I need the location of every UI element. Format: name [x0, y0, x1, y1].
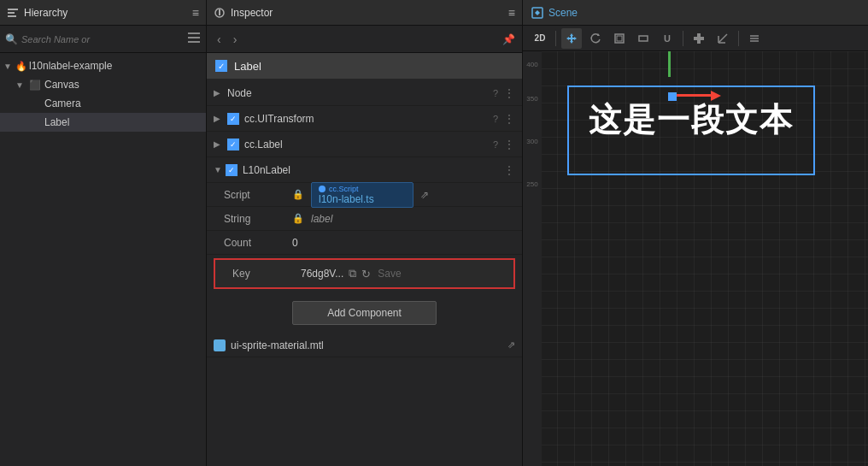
tree-label-camera: Camera [44, 97, 81, 109]
ruler-300: 300 [523, 120, 542, 162]
l10n-more-icon[interactable]: ⋮ [503, 163, 515, 177]
toolbar-sep-2 [683, 31, 683, 46]
scene-tab[interactable]: Scene [531, 7, 578, 19]
uitransform-more-icon[interactable]: ⋮ [503, 112, 515, 126]
l10n-section: ▼ ✓ L10nLabel ⋮ Script 🔒 [207, 157, 522, 289]
panels: Hierarchy ≡ 🔍 ▼ 🔥 [0, 0, 868, 466]
flame-icon: 🔥 [15, 60, 27, 72]
node-help-icon[interactable]: ? [493, 88, 498, 98]
cclabel-checkbox[interactable]: ✓ [227, 139, 239, 150]
cclabel-arrow: ▶ [214, 139, 220, 149]
toolbar-sep-1 [555, 31, 556, 46]
toggle-arrow-canvas: ▼ [15, 80, 26, 90]
canvas-icon: ⬛ [29, 79, 41, 91]
ruler-400: 400 [523, 51, 542, 77]
hierarchy-title: Hierarchy [24, 7, 67, 19]
key-value: 76dg8V... [301, 268, 343, 280]
inspector-icon [214, 7, 226, 19]
svg-rect-7 [219, 11, 220, 15]
key-prop-row: Key 76dg8V... ⧉ ↻ Save [214, 258, 515, 289]
scene-canvas[interactable]: 400 350 300 250 [523, 51, 868, 466]
scene-content-area: 这是一段文本 [542, 51, 868, 466]
search-icon[interactable]: 🔍 [5, 33, 18, 45]
key-prop-label: Key [232, 268, 301, 280]
list-view-icon[interactable] [187, 31, 201, 47]
script-file-top: cc.Script [319, 185, 406, 193]
script-file-tag[interactable]: cc.Script l10n-label.ts [311, 182, 413, 208]
script-prop-row: Script 🔒 cc.Script l10n-label.ts [207, 183, 522, 207]
scale-tool-btn[interactable] [609, 28, 630, 49]
string-prop-value: 🔒 label [292, 213, 512, 225]
key-save-btn[interactable]: Save [378, 268, 401, 280]
cclabel-more-icon[interactable]: ⋮ [503, 138, 515, 151]
uitransform-help-icon[interactable]: ? [493, 114, 498, 124]
scale-icon [613, 32, 625, 44]
back-btn[interactable]: ‹ [214, 31, 225, 48]
svg-rect-8 [219, 9, 220, 11]
u-tool-btn[interactable]: U [657, 28, 677, 49]
ruler-250: 250 [523, 162, 542, 205]
pin-btn[interactable]: 📌 [502, 33, 515, 45]
hierarchy-header: Hierarchy ≡ [0, 0, 206, 26]
tree-label-l10n: l10nlabel-example [29, 60, 112, 72]
add-component-btn[interactable]: Add Component [292, 301, 437, 325]
move-tool-btn[interactable] [561, 28, 582, 49]
left-ruler: 400 350 300 250 [523, 51, 542, 466]
uitransform-label: cc.UITransform [244, 113, 493, 125]
cclabel-component-row[interactable]: ▶ ✓ cc.Label ? ⋮ [207, 132, 522, 157]
uitransform-component-row[interactable]: ▶ ✓ cc.UITransform ? ⋮ [207, 106, 522, 132]
script-lock-icon: 🔒 [292, 189, 304, 200]
inspector-menu-btn[interactable]: ≡ [508, 6, 515, 20]
pivot-tool-btn[interactable] [713, 28, 733, 49]
count-prop-row: Count 0 [207, 231, 522, 255]
inspector-toolbar: ‹ › 📌 [207, 26, 522, 53]
forward-btn[interactable]: › [230, 31, 241, 48]
node-label: Node [227, 87, 493, 99]
node-more-icon[interactable]: ⋮ [503, 86, 515, 100]
label-component-name: Label [234, 60, 261, 73]
script-file-name: l10n-label.ts [319, 193, 406, 205]
more-tool-btn[interactable] [744, 28, 765, 49]
script-file-wrapper: cc.Script l10n-label.ts [311, 182, 413, 208]
tree-item-l10n[interactable]: ▼ 🔥 l10nlabel-example [0, 56, 206, 75]
svg-line-17 [718, 34, 727, 43]
toolbar-sep-3 [738, 31, 739, 46]
search-input[interactable] [21, 34, 184, 44]
move-icon [565, 32, 578, 45]
svg-rect-2 [8, 15, 16, 17]
l10n-arrow: ▼ [214, 165, 222, 174]
label-component-header: ✓ Label [207, 53, 522, 79]
add-component-area: Add Component [207, 292, 522, 333]
ui-material-icon [214, 339, 226, 351]
ui-material-label: ui-sprite-material.mtl [231, 339, 324, 351]
2d-btn[interactable]: 2D [530, 28, 550, 49]
key-refresh-icon[interactable]: ↻ [361, 268, 371, 280]
hierarchy-menu-btn[interactable]: ≡ [192, 6, 199, 20]
uitransform-checkbox[interactable]: ✓ [227, 113, 239, 125]
l10n-checkbox[interactable]: ✓ [226, 164, 238, 176]
tree-item-label[interactable]: ▶ Label [0, 113, 206, 132]
svg-rect-15 [697, 33, 699, 44]
scene-toolbar: 2D [523, 26, 868, 51]
ui-material-row: ui-sprite-material.mtl ⇗ [207, 333, 522, 357]
key-value-area: 76dg8V... ⧉ ↻ Save [301, 267, 503, 280]
rotate-tool-btn[interactable] [585, 28, 606, 49]
inspector-content: ✓ Label ▶ Node ? ⋮ ▶ ✓ cc.UITransform ? … [207, 53, 522, 466]
hierarchy-toolbar: 🔍 [0, 26, 206, 53]
tree-item-canvas[interactable]: ▼ ⬛ Canvas [0, 75, 206, 94]
node-component-row[interactable]: ▶ Node ? ⋮ [207, 80, 522, 106]
cclabel-help-icon[interactable]: ? [493, 139, 498, 150]
l10n-header-row[interactable]: ▼ ✓ L10nLabel ⋮ [207, 157, 522, 183]
script-link-out-icon[interactable]: ⇗ [420, 189, 429, 201]
svg-rect-16 [699, 33, 701, 44]
scene-tab-label: Scene [548, 7, 578, 19]
label-checkbox[interactable]: ✓ [215, 60, 227, 72]
rect-tool-btn[interactable] [633, 28, 654, 49]
tree-item-camera[interactable]: ▶ Camera [0, 94, 206, 113]
anchor-tool-btn[interactable] [689, 28, 709, 49]
key-copy-icon[interactable]: ⧉ [349, 267, 356, 280]
hierarchy-icon [7, 7, 19, 19]
script-tag-label: cc.Script [329, 185, 359, 193]
hierarchy-panel: Hierarchy ≡ 🔍 ▼ 🔥 [0, 0, 207, 466]
ui-material-link-icon[interactable]: ⇗ [507, 339, 515, 351]
